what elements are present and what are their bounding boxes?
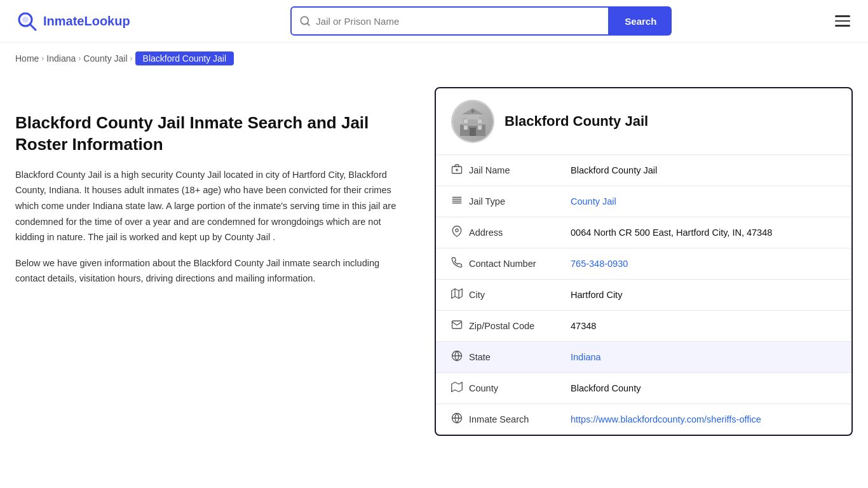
search-button[interactable]: Search [609,6,672,36]
logo-text: InmateLookup [43,14,130,29]
state-value: Indiana [571,352,836,362]
breadcrumb-chevron-1: › [41,54,44,63]
svg-rect-11 [478,119,482,123]
jail-type-label: Jail Type [469,196,571,207]
jail-card-title: Blackford County Jail [505,113,648,130]
address-icon [451,226,469,240]
county-label: County [469,383,571,393]
inmate-search-icon [451,412,469,426]
state-link[interactable]: Indiana [571,352,601,362]
jail-name-label: Jail Name [469,165,571,175]
svg-rect-9 [470,128,476,136]
hamburger-button[interactable] [832,13,853,29]
svg-rect-12 [464,126,468,130]
zip-label: Zip/Postal Code [469,321,571,331]
logo-link[interactable]: InmateLookup [15,10,130,32]
jail-avatar-image [452,101,493,142]
info-table: Jail Name Blackford County Jail Jail Typ… [436,155,851,435]
svg-marker-23 [452,289,463,299]
search-area: Search [290,6,672,36]
city-value: Hartford City [571,290,836,300]
info-row-inmate-search: Inmate Search https://www.blackfordcount… [436,404,851,435]
jail-avatar [451,100,494,143]
county-icon [451,381,469,395]
hamburger-line-2 [835,20,850,22]
jail-name-value: Blackford County Jail [571,165,836,175]
inmate-search-value: https://www.blackfordcounty.com/sheriffs… [571,414,836,424]
left-column: Blackford County Jail Inmate Search and … [15,87,435,436]
info-row-county: County Blackford County [436,373,851,404]
svg-rect-13 [478,126,482,130]
contact-icon [451,257,469,271]
city-icon [451,288,469,302]
address-label: Address [469,227,571,238]
hamburger-line-1 [835,15,850,17]
inmate-search-label: Inmate Search [469,414,571,424]
info-row-jail-type: Jail Type County Jail [436,186,851,217]
info-row-jail-name: Jail Name Blackford County Jail [436,155,851,186]
zip-value: 47348 [571,321,836,331]
breadcrumb-county-jail[interactable]: County Jail [83,53,127,64]
breadcrumb-home[interactable]: Home [15,53,39,64]
info-row-address: Address 0064 North CR 500 East, Hartford… [436,217,851,248]
search-wrapper [290,6,609,36]
info-row-contact: Contact Number 765-348-0930 [436,248,851,280]
state-icon [451,350,469,364]
inmate-search-link[interactable]: https://www.blackfordcounty.com/sheriffs… [571,414,761,424]
search-input[interactable] [311,16,600,27]
svg-rect-10 [464,119,468,123]
main-content: Blackford County Jail Inmate Search and … [0,74,868,461]
info-row-city: City Hartford City [436,280,851,311]
search-icon [299,15,311,27]
right-column: Blackford County Jail Jail Name Blackfor… [435,87,853,436]
city-label: City [469,290,571,300]
svg-line-4 [308,23,309,25]
header: InmateLookup Search [0,0,868,43]
jail-type-icon [451,194,469,208]
county-value: Blackford County [571,383,836,393]
hamburger-line-3 [835,25,850,27]
page-title: Blackford County Jail Inmate Search and … [15,112,409,156]
svg-point-14 [471,110,475,113]
contact-label: Contact Number [469,259,571,269]
jail-name-icon [451,163,469,177]
jail-card: Blackford County Jail Jail Name Blackfor… [435,87,853,436]
jail-type-link[interactable]: County Jail [571,196,616,207]
zip-icon [451,319,469,333]
breadcrumb-chevron-3: › [130,54,133,63]
address-value: 0064 North CR 500 East, Hartford City, I… [571,227,836,238]
svg-marker-28 [452,383,463,392]
breadcrumb-indiana[interactable]: Indiana [46,53,76,64]
logo-icon [15,10,38,32]
breadcrumb-chevron-2: › [78,54,81,63]
page-description-1: Blackford County Jail is a high security… [15,167,409,245]
info-row-state: State Indiana [436,342,851,373]
svg-point-22 [456,229,459,232]
svg-point-2 [22,17,29,23]
jail-card-header: Blackford County Jail [436,88,851,155]
page-description-2: Below we have given information about th… [15,255,409,287]
svg-line-1 [30,24,36,30]
breadcrumb: Home › Indiana › County Jail › Blackford… [0,43,868,74]
contact-value: 765-348-0930 [571,259,836,269]
contact-link[interactable]: 765-348-0930 [571,259,628,269]
state-label: State [469,352,571,362]
info-row-zip: Zip/Postal Code 47348 [436,311,851,342]
jail-type-value: County Jail [571,196,836,207]
breadcrumb-active: Blackford County Jail [135,51,234,65]
